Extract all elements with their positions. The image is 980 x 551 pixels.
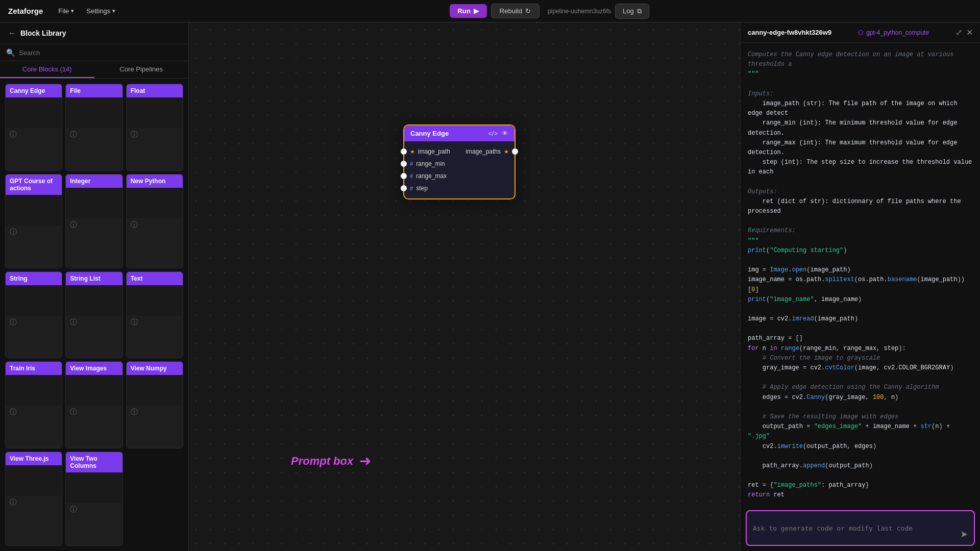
code-panel-actions: ⤢ ✕ — [955, 28, 973, 37]
port-dot-step — [401, 185, 407, 191]
sidebar: ← Block Library 🔍 Core Blocks (14) Core … — [0, 22, 189, 551]
block-card-header: Text — [127, 272, 183, 285]
block-card-body — [127, 285, 183, 316]
block-card-string-list[interactable]: String List ⓘ — [65, 271, 122, 359]
block-card-view-numpy[interactable]: View Numpy ⓘ — [126, 361, 183, 448]
info-icon[interactable]: ⓘ — [131, 318, 138, 327]
block-card-body — [6, 375, 62, 406]
block-card-body — [6, 465, 62, 496]
run-button[interactable]: Run ▶ — [450, 4, 487, 18]
block-card-view-three.js[interactable]: View Three.js ⓘ — [5, 452, 62, 546]
block-card-footer: ⓘ — [6, 128, 62, 141]
info-icon[interactable]: ⓘ — [131, 130, 138, 139]
block-card-footer: ⓘ — [6, 226, 62, 239]
block-card-body — [6, 97, 62, 128]
block-card-header: Train Iris — [6, 362, 62, 375]
block-card-canny-edge[interactable]: Canny Edge ⓘ — [5, 84, 62, 171]
tab-core-blocks[interactable]: Core Blocks (14) — [0, 61, 94, 78]
block-card-body — [66, 97, 122, 128]
file-menu[interactable]: File ▾ — [53, 5, 79, 17]
port-row-range-max: # range_max — [404, 170, 514, 182]
block-card-gpt-course-of-actions[interactable]: GPT Course of actions ⓘ — [5, 174, 62, 268]
sidebar-title: Block Library — [20, 29, 66, 37]
topbar-center: Run ▶ Rebuild ↻ pipeline-uuhemn3uz6fs Lo… — [127, 4, 972, 19]
block-card-header: View Images — [66, 362, 122, 375]
block-card-view-two-columns[interactable]: View Two Columns ⓘ — [65, 452, 122, 546]
block-card-file[interactable]: File ⓘ — [65, 84, 122, 171]
block-card-text[interactable]: Text ⓘ — [126, 271, 183, 359]
block-card-float[interactable]: Float ⓘ — [126, 84, 183, 171]
info-icon[interactable]: ⓘ — [70, 220, 77, 230]
port-left-image-path: ★ image_path — [404, 148, 450, 155]
block-card-footer: ⓘ — [6, 316, 62, 329]
search-icon: 🔍 — [6, 48, 15, 57]
block-card-body — [127, 188, 183, 218]
log-icon: ⧉ — [637, 7, 642, 15]
back-button[interactable]: ← — [8, 29, 16, 38]
block-card-footer: ⓘ — [66, 316, 122, 329]
block-card-new-python[interactable]: New Python ⓘ — [126, 174, 183, 268]
send-button[interactable]: ➤ — [960, 529, 968, 540]
block-card-body — [66, 188, 122, 218]
search-input[interactable] — [19, 49, 182, 57]
port-label-image-path: image_path — [418, 148, 450, 155]
eye-icon[interactable]: 👁 — [502, 130, 508, 137]
log-button[interactable]: Log ⧉ — [615, 4, 649, 19]
canvas-area[interactable]: Canny Edge </> 👁 ★ image_path image_path… — [189, 22, 740, 551]
block-card-body — [66, 285, 122, 316]
block-card-header: Canny Edge — [6, 84, 62, 97]
settings-menu[interactable]: Settings ▾ — [81, 5, 120, 17]
sidebar-header: ← Block Library — [0, 22, 188, 44]
main-layout: ← Block Library 🔍 Core Blocks (14) Core … — [0, 22, 980, 551]
info-icon[interactable]: ⓘ — [10, 318, 17, 327]
info-icon[interactable]: ⓘ — [70, 130, 77, 139]
blocks-grid: Canny Edge ⓘ File ⓘ Float ⓘ GPT Course o… — [0, 79, 188, 551]
block-card-string[interactable]: String ⓘ — [5, 271, 62, 359]
code-content: Computes the Canny edge detection on an … — [741, 43, 980, 505]
topbar-menu: File ▾ Settings ▾ — [53, 5, 120, 17]
info-icon[interactable]: ⓘ — [10, 408, 17, 417]
block-card-body — [127, 97, 183, 128]
node-actions: </> 👁 — [488, 130, 508, 137]
block-card-header: File — [66, 84, 122, 97]
info-icon[interactable]: ⓘ — [70, 408, 77, 417]
file-chevron-icon: ▾ — [71, 8, 74, 14]
canvas-background — [189, 22, 740, 551]
info-icon[interactable]: ⓘ — [10, 228, 17, 237]
info-icon[interactable]: ⓘ — [10, 130, 17, 139]
block-card-train-iris[interactable]: Train Iris ⓘ — [5, 361, 62, 448]
info-icon[interactable]: ⓘ — [131, 220, 138, 230]
block-card-footer: ⓘ — [66, 218, 122, 232]
close-icon[interactable]: ✕ — [966, 28, 973, 37]
play-icon: ▶ — [474, 7, 479, 15]
prompt-input[interactable] — [753, 524, 956, 540]
block-card-header: GPT Course of actions — [6, 174, 62, 195]
pipeline-id: pipeline-uuhemn3uz6fs — [548, 8, 611, 15]
info-icon[interactable]: ⓘ — [70, 318, 77, 327]
block-card-footer: ⓘ — [127, 128, 183, 141]
info-icon[interactable]: ⓘ — [10, 498, 17, 507]
block-card-header: View Numpy — [127, 362, 183, 375]
rebuild-button[interactable]: Rebuild ↻ — [491, 4, 540, 18]
hash-icon-step: # — [410, 185, 413, 191]
block-card-header: View Three.js — [6, 452, 62, 465]
canny-edge-node[interactable]: Canny Edge </> 👁 ★ image_path image_path… — [403, 124, 516, 199]
block-card-footer: ⓘ — [66, 503, 122, 516]
info-icon[interactable]: ⓘ — [131, 408, 138, 417]
code-icon[interactable]: </> — [488, 130, 498, 137]
expand-icon[interactable]: ⤢ — [955, 28, 962, 37]
tabs-row: Core Blocks (14) Core Pipelines — [0, 61, 188, 79]
port-dot-image-paths — [512, 148, 518, 155]
node-header: Canny Edge </> 👁 — [404, 126, 514, 141]
block-card-body — [66, 472, 122, 503]
node-body: ★ image_path image_paths ★ # range_min — [404, 141, 514, 198]
block-card-header: Integer — [66, 174, 122, 188]
tab-core-pipelines[interactable]: Core Pipelines — [94, 61, 189, 78]
block-card-view-images[interactable]: View Images ⓘ — [65, 361, 122, 448]
hash-icon-range-max: # — [410, 173, 413, 179]
info-icon[interactable]: ⓘ — [70, 505, 77, 514]
block-card-footer: ⓘ — [127, 406, 183, 419]
compute-icon: ⬡ — [858, 29, 863, 36]
block-card-integer[interactable]: Integer ⓘ — [65, 174, 122, 268]
block-card-body — [6, 195, 62, 226]
